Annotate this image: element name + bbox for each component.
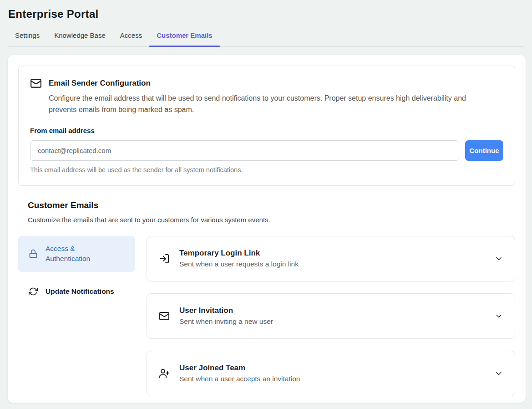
continue-button[interactable]: Continue [465, 140, 503, 161]
mail-icon [159, 311, 170, 322]
email-panel-title: User Invitation [179, 306, 273, 315]
email-category-sidebar: Access & Authentication Update Notificat… [18, 236, 135, 396]
email-panel-text: User Invitation Sent when inviting a new… [179, 306, 273, 326]
sender-card-title: Email Sender Configuration [49, 79, 151, 88]
tab-settings[interactable]: Settings [8, 25, 47, 46]
email-panel-user-joined-team[interactable]: User Joined Team Sent when a user accept… [147, 351, 515, 396]
log-in-icon [159, 253, 170, 264]
refresh-icon [28, 287, 39, 296]
email-panel-temporary-login-link[interactable]: Temporary Login Link Sent when a user re… [147, 236, 515, 281]
email-sender-card: Email Sender Configuration Configure the… [18, 66, 515, 186]
email-panel-description: Sent when a user requests a login link [179, 260, 299, 268]
tab-customer-emails[interactable]: Customer Emails [149, 25, 220, 46]
sender-card-description: Configure the email address that will be… [49, 93, 492, 116]
email-panel-user-invitation[interactable]: User Invitation Sent when inviting a new… [147, 293, 515, 339]
email-panel-text: Temporary Login Link Sent when a user re… [179, 249, 299, 268]
tab-knowledge-base[interactable]: Knowledge Base [47, 25, 113, 46]
customer-emails-subtitle: Customize the emails that are sent to yo… [28, 216, 515, 224]
page-header: Enterprise Portal [0, 0, 532, 20]
email-panel-title: Temporary Login Link [179, 249, 299, 258]
chevron-down-icon[interactable] [494, 369, 503, 378]
lock-icon [28, 249, 39, 259]
customer-emails-title: Customer Emails [28, 200, 515, 210]
category-update-notifications[interactable]: Update Notifications [18, 281, 135, 302]
from-email-helper-text: This email address will be used as the s… [30, 166, 503, 174]
sender-card-header: Email Sender Configuration [30, 77, 503, 89]
from-email-row: Continue [30, 140, 503, 161]
customer-emails-content: Access & Authentication Update Notificat… [18, 236, 515, 396]
tab-bar: Settings Knowledge Base Access Customer … [8, 25, 524, 47]
email-panel-text: User Joined Team Sent when a user accept… [179, 363, 300, 383]
chevron-down-icon[interactable] [494, 312, 503, 321]
email-panel-list: Temporary Login Link Sent when a user re… [147, 236, 515, 396]
main-container: Email Sender Configuration Configure the… [8, 55, 526, 403]
email-panel-description: Sent when inviting a new user [179, 317, 273, 326]
tab-access[interactable]: Access [113, 25, 149, 46]
category-label: Update Notifications [46, 286, 114, 297]
category-access-authentication[interactable]: Access & Authentication [18, 236, 135, 272]
from-email-label: From email address [30, 127, 503, 134]
page-title: Enterprise Portal [8, 8, 524, 20]
category-label: Access & Authentication [46, 244, 116, 264]
from-email-input[interactable] [30, 140, 459, 161]
chevron-down-icon[interactable] [494, 254, 503, 263]
email-panel-title: User Joined Team [179, 363, 300, 373]
email-panel-description: Sent when a user accepts an invitation [179, 375, 300, 383]
user-plus-icon [159, 368, 170, 379]
mail-icon [30, 77, 42, 89]
